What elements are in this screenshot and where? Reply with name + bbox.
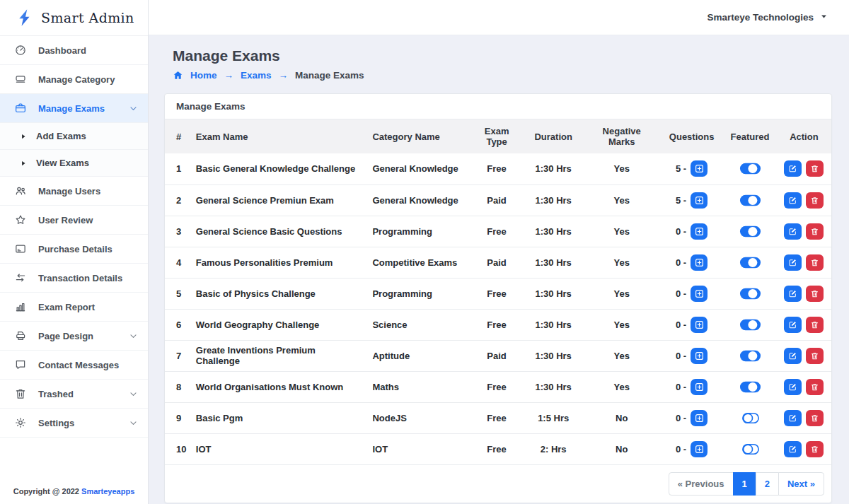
add-question-button[interactable]: [691, 286, 708, 302]
trash-icon: [14, 387, 27, 400]
sidebar-item-manage-exams[interactable]: Manage Exams: [0, 94, 148, 123]
copyright-text: Copyright @ 2022: [13, 487, 81, 496]
delete-button[interactable]: [806, 192, 824, 209]
exam-name: Basic General Knowledge Challenge: [190, 153, 367, 184]
sidebar-item-view-exams[interactable]: View Exams: [0, 150, 148, 177]
add-question-button[interactable]: [691, 348, 708, 364]
exam-name: Famous Personalities Premium: [190, 247, 367, 278]
edit-button[interactable]: [784, 410, 802, 426]
add-question-button[interactable]: [691, 223, 708, 240]
delete-button[interactable]: [806, 223, 824, 240]
sidebar-item-page-design[interactable]: Page Design: [0, 322, 148, 351]
sidebar-item-transaction-details[interactable]: Transaction Details: [0, 264, 148, 293]
featured-toggle-on[interactable]: [739, 256, 761, 269]
question-count: 0 -: [676, 257, 686, 268]
breadcrumb-home[interactable]: Home: [190, 70, 217, 81]
edit-button[interactable]: [784, 348, 802, 364]
sidebar-item-settings[interactable]: Settings: [0, 409, 148, 438]
edit-button[interactable]: [784, 379, 802, 395]
exam-type: Paid: [470, 340, 523, 371]
sidebar-item-label: Manage Exams: [38, 103, 117, 114]
sidebar-item-manage-users[interactable]: Manage Users: [0, 177, 148, 206]
pagination-page-2[interactable]: 2: [756, 472, 779, 496]
edit-button[interactable]: [784, 223, 802, 240]
edit-button[interactable]: [784, 286, 802, 302]
sidebar-item-user-review[interactable]: User Review: [0, 206, 148, 235]
edit-button[interactable]: [784, 317, 802, 333]
pagination-next[interactable]: Next »: [778, 472, 824, 496]
breadcrumb-exams[interactable]: Exams: [241, 70, 272, 81]
sidebar-item-label: View Exams: [36, 158, 138, 168]
add-question-button[interactable]: [691, 441, 708, 457]
questions-cell: 0 -: [660, 433, 723, 464]
breadcrumb-arrow-icon: →: [279, 70, 289, 81]
featured-toggle-on[interactable]: [739, 162, 761, 175]
negative-marks: Yes: [584, 309, 660, 340]
delete-button[interactable]: [806, 379, 824, 395]
edit-button[interactable]: [784, 254, 802, 271]
featured-cell: [723, 153, 776, 184]
delete-button[interactable]: [806, 348, 824, 364]
duration: 1:30 Hrs: [524, 340, 584, 371]
add-question-button[interactable]: [691, 192, 708, 209]
negative-marks: Yes: [584, 371, 660, 402]
exam-type: Free: [470, 216, 523, 247]
add-question-button[interactable]: [691, 410, 708, 426]
featured-toggle-on[interactable]: [739, 225, 761, 238]
featured-toggle-on[interactable]: [739, 194, 761, 207]
delete-button[interactable]: [806, 286, 824, 302]
exam-name: World Geography Challenge: [190, 309, 367, 340]
add-question-button[interactable]: [691, 317, 708, 333]
delete-button[interactable]: [806, 441, 824, 457]
edit-button[interactable]: [784, 160, 802, 177]
featured-toggle-off[interactable]: [739, 443, 761, 456]
sidebar-item-label: Trashed: [38, 389, 117, 399]
sidebar-item-trashed[interactable]: Trashed: [0, 380, 148, 409]
question-count: 5 -: [676, 195, 686, 206]
account-menu[interactable]: Smarteye Technologies: [707, 12, 828, 23]
dashboard-icon: [14, 44, 27, 57]
featured-toggle-off[interactable]: [739, 411, 761, 425]
edit-button[interactable]: [784, 192, 802, 209]
negative-marks: Yes: [584, 216, 660, 247]
duration: 1:30 Hrs: [524, 247, 584, 278]
delete-button[interactable]: [806, 317, 824, 333]
sidebar-item-purchase-details[interactable]: Purchase Details: [0, 235, 148, 264]
action-cell: [777, 309, 831, 340]
delete-button[interactable]: [806, 254, 824, 271]
copyright-link[interactable]: Smarteyeapps: [81, 487, 134, 496]
featured-cell: [723, 402, 776, 433]
sidebar-item-manage-category[interactable]: Manage Category: [0, 65, 148, 94]
question-count: 0 -: [676, 288, 686, 299]
negative-marks: Yes: [584, 184, 660, 216]
featured-toggle-on[interactable]: [739, 380, 761, 394]
question-count: 0 -: [676, 320, 686, 330]
sidebar-item-exam-report[interactable]: Exam Report: [0, 293, 148, 322]
column-header: #: [165, 119, 190, 153]
row-number: 4: [165, 247, 190, 278]
add-question-button[interactable]: [691, 379, 708, 395]
action-cell: [777, 247, 831, 278]
featured-toggle-on[interactable]: [739, 287, 761, 300]
sidebar-item-dashboard[interactable]: Dashboard: [0, 36, 148, 65]
add-question-button[interactable]: [691, 254, 708, 271]
featured-toggle-on[interactable]: [739, 349, 761, 363]
featured-cell: [723, 309, 776, 340]
delete-button[interactable]: [806, 160, 824, 177]
account-name: Smarteye Technologies: [707, 12, 814, 23]
sidebar-item-contact-messages[interactable]: Contact Messages: [0, 351, 148, 380]
sidebar-item-add-exams[interactable]: Add Exams: [0, 123, 148, 150]
edit-button[interactable]: [784, 441, 802, 457]
add-question-button[interactable]: [691, 160, 708, 177]
table-row: 10IOTIOTFree2: HrsNo0 -: [165, 433, 831, 464]
delete-button[interactable]: [806, 410, 824, 426]
pagination-page-1[interactable]: 1: [733, 472, 756, 496]
featured-toggle-on[interactable]: [739, 318, 761, 332]
column-header: Action: [777, 119, 831, 153]
table-row: 2General Science Premiun ExamGeneral Kno…: [165, 184, 831, 216]
negative-marks: No: [584, 433, 660, 464]
pagination-previous[interactable]: « Previous: [669, 472, 734, 496]
brand[interactable]: Smart Admin: [0, 0, 148, 36]
chevron-down-icon: [129, 332, 138, 341]
category-name: Programming: [366, 216, 470, 247]
